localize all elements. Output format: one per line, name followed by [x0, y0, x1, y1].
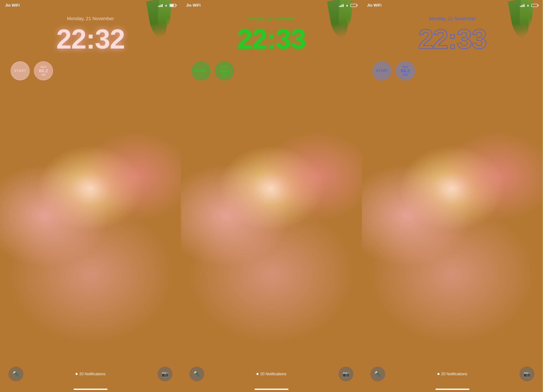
torch-icon-2: 🔦	[193, 371, 200, 377]
wifi-icon-1: ▲	[164, 3, 168, 7]
date-2: Monday, 21 November	[187, 16, 356, 21]
home-indicator-2	[255, 389, 288, 390]
date-3: Monday, 21 November	[368, 16, 537, 21]
notif-dot-2	[256, 373, 259, 375]
widgets-3: START NOV 60.2 KM	[368, 61, 537, 80]
wifi-icon-2: ▲	[345, 3, 349, 7]
status-bar-2: Jio WiFi ▲	[181, 0, 362, 11]
home-indicator-1	[74, 389, 107, 390]
torch-icon-1: 🔦	[12, 371, 19, 377]
km-unit-3: KM	[403, 73, 407, 76]
widgets-1: START NOV 60.2 KM	[6, 61, 175, 80]
bottom-bar-1: 🔦 20 Notifications 📷	[0, 367, 181, 381]
camera-icon-3: 📷	[523, 371, 530, 377]
status-icons-1: ▲	[158, 3, 176, 7]
km-unit-1: KM	[41, 73, 45, 76]
torch-button-3[interactable]: 🔦	[370, 367, 385, 381]
content-2: Monday, 21 November 22:33 START NOV 60.2…	[181, 12, 362, 85]
start-widget-1[interactable]: START	[11, 61, 30, 80]
content-1: Monday, 21 November 22:32 START NOV 60.2…	[0, 12, 181, 85]
bottom-bar-3: 🔦 20 Notifications 📷	[362, 367, 543, 381]
start-widget-2[interactable]: START	[192, 61, 211, 80]
battery-icon-1	[170, 4, 176, 7]
torch-icon-3: 🔦	[374, 371, 381, 377]
torch-button-2[interactable]: 🔦	[189, 367, 204, 381]
camera-button-3[interactable]: 📷	[520, 367, 534, 381]
signal-icon-2	[339, 4, 344, 7]
content-3: Monday, 21 November 22:33 START NOV 60.2…	[362, 12, 543, 85]
date-1: Monday, 21 November	[6, 16, 175, 21]
km-value-3: 60.2	[401, 68, 410, 73]
battery-icon-3	[531, 4, 538, 7]
carrier-2: Jio WiFi	[186, 3, 201, 8]
phone-screen-2: Jio WiFi ▲ Monday, 21 November 22:33 STA…	[181, 0, 362, 392]
status-bar-3: Jio WiFi ▲	[362, 0, 543, 11]
notif-text-1: 20 Notifications	[79, 372, 105, 376]
camera-button-1[interactable]: 📷	[158, 367, 172, 381]
notifications-3[interactable]: 20 Notifications	[437, 372, 467, 376]
notifications-2[interactable]: 20 Notifications	[256, 372, 286, 376]
time-2: 22:33	[187, 23, 356, 55]
time-1: 22:32	[6, 23, 175, 55]
km-widget-3: NOV 60.2 KM	[396, 61, 415, 80]
km-unit-2: KM	[222, 73, 226, 76]
camera-button-2[interactable]: 📷	[339, 367, 353, 381]
status-icons-3: ▲	[520, 3, 538, 7]
phone-screen-1: Jio WiFi ▲ Monday, 21 November 22:32 STA…	[0, 0, 181, 392]
carrier-3: Jio WiFi	[367, 3, 382, 8]
km-value-1: 60.2	[39, 68, 48, 73]
wifi-icon-3: ▲	[526, 3, 530, 7]
widgets-2: START NOV 60.2 KM	[187, 61, 356, 80]
carrier-1: Jio WiFi	[5, 3, 20, 8]
km-value-2: 60.2	[220, 68, 229, 73]
status-bar-1: Jio WiFi ▲	[0, 0, 181, 11]
camera-icon-1: 📷	[162, 371, 168, 377]
notif-dot-3	[437, 373, 440, 375]
signal-icon-1	[158, 4, 163, 7]
phone-screen-3: Jio WiFi ▲ Monday, 21 November 22:33 STA…	[362, 0, 543, 392]
start-widget-3[interactable]: START	[373, 61, 391, 80]
km-widget-2: NOV 60.2 KM	[215, 61, 234, 80]
home-indicator-3	[436, 389, 469, 390]
time-3: 22:33	[368, 23, 537, 55]
notif-text-2: 20 Notifications	[260, 372, 286, 376]
notifications-1[interactable]: 20 Notifications	[75, 372, 105, 376]
signal-icon-3	[520, 4, 525, 7]
torch-button-1[interactable]: 🔦	[8, 367, 23, 381]
bottom-bar-2: 🔦 20 Notifications 📷	[181, 367, 362, 381]
notif-text-3: 20 Notifications	[441, 372, 467, 376]
camera-icon-2: 📷	[343, 371, 349, 377]
km-widget-1: NOV 60.2 KM	[34, 61, 53, 80]
notif-dot-1	[75, 373, 78, 375]
battery-icon-2	[351, 4, 357, 7]
status-icons-2: ▲	[339, 3, 357, 7]
